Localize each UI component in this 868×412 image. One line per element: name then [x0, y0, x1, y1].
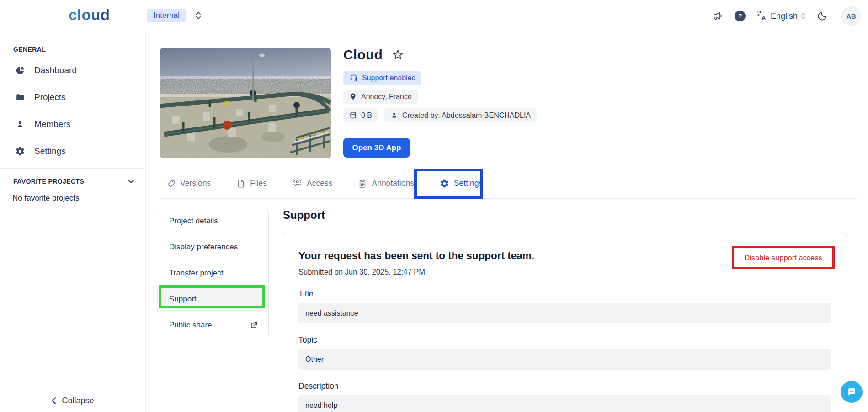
project-tabs: Versions Files Access Annotations Settin… — [160, 169, 858, 199]
disable-support-access-button[interactable]: Disable support access — [732, 246, 835, 269]
workspace-switcher-icon[interactable] — [195, 11, 202, 20]
support-enabled-badge: Support enabled — [343, 71, 421, 85]
external-link-icon — [250, 321, 258, 330]
clipboard-icon — [358, 179, 367, 188]
field-label-topic: Topic — [298, 335, 831, 345]
settings-submenu: Project details Display preferences Tran… — [157, 208, 269, 338]
creator-badge: Created by: Abdessalam BENCHADLIA — [384, 108, 537, 122]
submenu-item-transfer-project[interactable]: Transfer project — [157, 260, 268, 286]
pie-chart-icon — [15, 65, 25, 75]
sidebar-collapse-button[interactable]: Collapse — [0, 396, 145, 406]
tab-access[interactable]: Access — [293, 179, 332, 188]
tab-annotations[interactable]: Annotations — [358, 179, 414, 188]
dark-mode-moon-icon[interactable] — [817, 11, 828, 21]
field-value-description[interactable]: need help — [298, 395, 831, 412]
sidebar-section-general: GENERAL — [13, 46, 145, 53]
field-label-title: Title — [298, 289, 831, 299]
app-logo[interactable]: cloud — [69, 6, 110, 24]
field-label-description: Description — [298, 381, 831, 391]
submenu-item-project-details[interactable]: Project details — [157, 208, 268, 234]
top-bar: cloud Internal ? x A English — [0, 0, 868, 32]
support-panel-heading: Support — [283, 209, 325, 222]
chevron-left-icon — [51, 397, 56, 405]
project-thumbnail — [160, 48, 331, 158]
field-value-title[interactable]: need assistance — [298, 303, 831, 323]
project-title: Cloud — [343, 47, 383, 63]
workspace-badge[interactable]: Internal — [147, 9, 186, 22]
person-icon — [15, 119, 25, 129]
location-badge: Annecy, France — [343, 90, 418, 104]
language-label: English — [771, 11, 798, 21]
gear-icon — [440, 179, 449, 188]
submenu-item-public-share[interactable]: Public share — [157, 312, 268, 338]
sidebar-item-settings[interactable]: Settings — [0, 137, 145, 164]
people-group-icon — [293, 179, 302, 188]
headset-icon — [349, 74, 358, 82]
translate-icon: x A — [756, 11, 767, 21]
tab-settings[interactable]: Settings — [440, 179, 483, 188]
announcements-megaphone-icon[interactable] — [713, 11, 724, 21]
sidebar-divider — [0, 168, 145, 169]
language-chevrons-icon — [801, 12, 806, 20]
open-3d-app-button[interactable]: Open 3D App — [343, 138, 410, 158]
size-badge: 0 B — [343, 108, 378, 122]
submenu-item-support[interactable]: Support — [157, 286, 268, 312]
sidebar-section-favorites[interactable]: FAVORITE PROJECTS — [13, 178, 134, 185]
svg-text:A: A — [761, 15, 766, 21]
chevron-down-icon — [128, 179, 134, 184]
chat-bubble-icon — [846, 386, 857, 398]
favorite-star-icon[interactable] — [392, 49, 404, 61]
sidebar-item-projects[interactable]: Projects — [0, 84, 145, 111]
user-avatar[interactable]: AB — [841, 6, 861, 26]
location-pin-icon — [349, 93, 357, 100]
sidebar-item-members[interactable]: Members — [0, 111, 145, 137]
person-icon — [390, 111, 398, 119]
chat-widget-button[interactable] — [841, 381, 863, 403]
submenu-item-display-preferences[interactable]: Display preferences — [157, 234, 268, 260]
file-icon — [236, 179, 245, 188]
folder-icon — [15, 92, 25, 102]
database-icon — [349, 111, 357, 119]
tab-files[interactable]: Files — [236, 179, 267, 188]
field-value-topic[interactable]: Other — [298, 349, 831, 370]
tab-versions[interactable]: Versions — [166, 179, 211, 188]
help-icon[interactable]: ? — [735, 11, 746, 21]
tag-icon — [166, 179, 176, 188]
sidebar: GENERAL Dashboard Projects Members Setti… — [0, 32, 146, 412]
page-scrollbar-track[interactable] — [866, 32, 866, 412]
gear-icon — [15, 146, 25, 156]
favorites-empty-text: No favorite projects — [12, 194, 145, 203]
language-selector[interactable]: x A English — [756, 11, 806, 21]
sidebar-item-dashboard[interactable]: Dashboard — [0, 57, 145, 84]
